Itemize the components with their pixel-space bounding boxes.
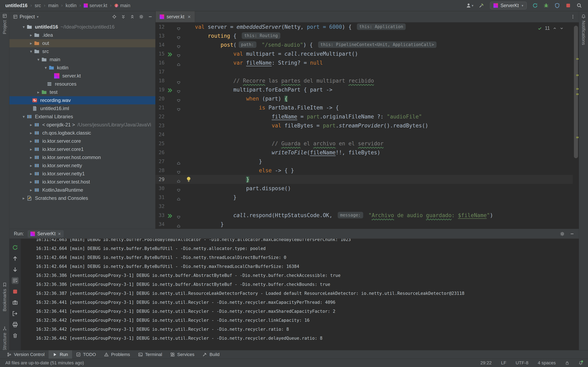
camera-icon[interactable] [12, 299, 18, 306]
chevron-right-icon[interactable]: ▸ [28, 139, 34, 143]
toolwindow-button-version-control[interactable]: Version Control [3, 350, 49, 359]
tree-item[interactable]: ▸io.ktor.server.core1 [9, 145, 155, 153]
code-line[interactable]: 22 fileName = part.originalFileName ?: "… [156, 112, 573, 121]
coverage-icon[interactable] [554, 3, 560, 8]
fold-marker-icon[interactable] [176, 78, 181, 83]
stop-icon[interactable] [566, 3, 571, 8]
tree-item[interactable]: ▸Scratches and Consoles [9, 194, 155, 202]
intention-bulb-icon[interactable] [185, 176, 192, 183]
code-area[interactable]: 12val server = embeddedServer(Netty, por… [156, 22, 573, 229]
suspend-point-icon[interactable] [167, 51, 173, 57]
code-line[interactable]: 23 val fileBytes = part.streamProvider()… [156, 121, 573, 130]
chevron-right-icon[interactable]: ▸ [28, 33, 34, 38]
tree-item[interactable]: ▸< openjdk-21 >/Users/jesusn/Library/Jav… [9, 121, 155, 129]
fold-marker-icon[interactable] [176, 25, 181, 29]
fold-marker-icon[interactable] [176, 87, 181, 92]
search-icon[interactable] [577, 3, 582, 8]
chevron-right-icon[interactable]: ▸ [28, 155, 34, 160]
toolwindow-stripe-notifications[interactable]: Notifications [579, 14, 588, 45]
chevron-down-icon[interactable]: ▾ [21, 114, 27, 119]
breadcrumb-item[interactable]: src [35, 3, 41, 8]
code-line[interactable]: 30 part.dispose() [156, 184, 573, 193]
close-icon[interactable]: × [188, 14, 191, 20]
breadcrumb-item[interactable]: kotlin [66, 3, 77, 8]
line-ending[interactable]: LF [501, 360, 506, 366]
code-line[interactable]: 25 // Guarda el archivo en el servidor [156, 139, 573, 148]
tree-item[interactable]: ▾kotlin [9, 64, 155, 72]
tree-item[interactable]: ▾untitled16~/IdeaProjects/untitled16 [9, 23, 155, 31]
fold-marker-icon[interactable] [176, 60, 181, 65]
build-project-icon[interactable] [479, 3, 484, 8]
fold-marker-icon[interactable] [176, 222, 181, 226]
tree-item[interactable]: server.kt [9, 72, 155, 80]
warning-stripe-mark[interactable] [576, 93, 579, 95]
rerun-icon[interactable] [12, 244, 18, 251]
inspections-widget[interactable]: 11 [536, 25, 566, 32]
breadcrumb-item[interactable]: untitled16 [5, 3, 27, 8]
tree-item[interactable]: ▾src [9, 47, 155, 55]
fold-marker-icon[interactable] [176, 105, 181, 110]
chevron-down-icon[interactable]: ▾ [43, 65, 49, 70]
toolwindow-button-problems[interactable]: Problems [100, 350, 134, 359]
project-panel-header[interactable]: Project ▾ [9, 11, 155, 22]
previous-problem-icon[interactable] [553, 26, 557, 30]
close-icon[interactable]: × [58, 231, 61, 237]
softwrap-icon[interactable] [12, 277, 18, 284]
fold-marker-icon[interactable] [176, 96, 181, 101]
tree-item[interactable]: ▸.idea [9, 31, 155, 39]
chevron-right-icon[interactable]: ▸ [28, 147, 34, 152]
warning-stripe-mark[interactable] [576, 137, 579, 138]
toolwindow-button-todo[interactable]: TODO [72, 350, 100, 359]
hide-panel-icon[interactable] [148, 15, 153, 19]
code-line[interactable]: 14 post(path: "/send-audio") { this: Pip… [156, 40, 573, 49]
fold-marker-icon[interactable] [176, 213, 181, 217]
trash-icon[interactable] [12, 332, 18, 339]
code-line[interactable]: 17 [156, 67, 573, 76]
chevron-right-icon[interactable]: ▸ [28, 163, 34, 168]
code-line[interactable]: 34 } [156, 220, 573, 229]
code-line[interactable]: 27 } [156, 157, 573, 166]
run-config-selector[interactable]: ServerKt ▾ [490, 2, 527, 9]
editor-scrollbar[interactable] [573, 22, 579, 229]
fold-marker-icon[interactable] [176, 43, 181, 47]
tree-item[interactable]: ▾main [9, 55, 155, 64]
tree-item[interactable]: ▸KotlinJavaRuntime [9, 186, 155, 194]
code-line[interactable]: 28 else -> { } [156, 166, 573, 175]
chevron-right-icon[interactable]: ▸ [28, 122, 34, 127]
warning-stripe-mark[interactable] [576, 75, 579, 76]
project-tree[interactable]: ▾untitled16~/IdeaProjects/untitled16▸.id… [9, 22, 155, 202]
file-encoding[interactable]: UTF-8 [516, 360, 528, 366]
indent-style[interactable]: 4 spaces [538, 360, 556, 366]
chevron-down-icon[interactable]: ▾ [28, 49, 34, 54]
tree-item[interactable]: ▸ch.qos.logback.classic [9, 129, 155, 137]
select-opened-file-icon[interactable] [112, 15, 117, 19]
run-tab-serverkt[interactable]: ServerKt × [27, 230, 64, 238]
tree-item[interactable]: ▸io.ktor.server.core [9, 137, 155, 145]
tree-item[interactable]: ▸io.ktor.server.netty [9, 161, 155, 170]
run-icon[interactable] [532, 3, 538, 8]
breadcrumb-item[interactable]: server.kt [84, 3, 107, 8]
next-problem-icon[interactable] [560, 26, 564, 30]
import-icon[interactable] [12, 310, 18, 317]
code-line[interactable]: 21 is PartData.FileItem -> { [156, 103, 573, 112]
code-line[interactable]: 33 call.respond(HttpStatusCode.OK, messa… [156, 211, 573, 220]
warning-stripe-mark[interactable] [576, 58, 579, 60]
code-line[interactable]: 31 } [156, 193, 573, 202]
toolwindow-stripe-bookmarks[interactable]: Bookmarks [0, 282, 9, 311]
suspend-point-icon[interactable] [167, 212, 173, 218]
code-line[interactable]: 26 writeToFile(fileName!!, fileBytes) [156, 148, 573, 157]
debug-icon[interactable] [544, 3, 549, 8]
chevron-down-icon[interactable]: ▾ [35, 57, 42, 62]
code-line[interactable]: 32 [156, 202, 573, 211]
tree-item[interactable]: ▸io.ktor.server.host.common [9, 153, 155, 161]
fold-marker-icon[interactable] [176, 195, 181, 200]
toolwindow-button-services[interactable]: Services [166, 350, 199, 359]
breadcrumb-item[interactable]: main [48, 3, 58, 8]
arrow-up-icon[interactable] [12, 255, 18, 262]
code-line[interactable]: 15 val multipart = call.receiveMultipart… [156, 49, 573, 58]
suspend-point-icon[interactable] [167, 87, 173, 93]
console-output[interactable]: 16:31:42.663 [main] DEBUG io.netty.buffe… [21, 239, 579, 350]
fold-marker-icon[interactable] [176, 186, 181, 191]
collapse-all-icon[interactable] [130, 15, 135, 19]
tree-item[interactable]: ▸io.ktor.server.test.host [9, 178, 155, 186]
